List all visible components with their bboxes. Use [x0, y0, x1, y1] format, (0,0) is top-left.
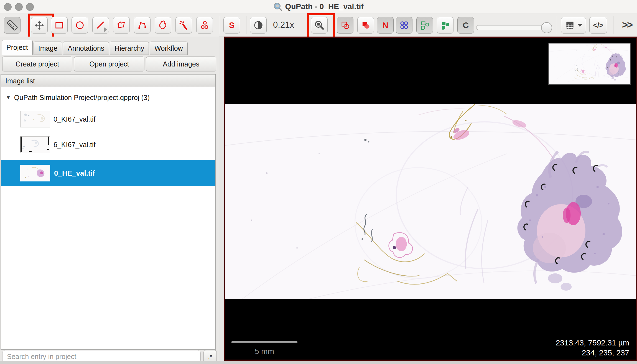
line-tool-button[interactable] [92, 17, 109, 34]
qupath-logo-icon [273, 2, 282, 11]
zoom-to-fit-icon [314, 20, 325, 30]
image-filename: 6_KI67_val.tif [53, 141, 96, 149]
scale-bar: 5 mm [231, 341, 298, 356]
analysis-panel: Project Image Annotations Hierarchy Work… [0, 37, 219, 361]
location-rgb: 234, 235, 237 [556, 348, 629, 358]
toolbar-separator [556, 16, 556, 34]
slide-thumbnail [20, 136, 50, 153]
contrast-icon [253, 20, 264, 30]
show-tma-grid-button[interactable] [396, 17, 412, 34]
points-tool-button[interactable] [196, 17, 213, 34]
ruler-button[interactable] [4, 17, 21, 34]
toolbar-separator [246, 16, 246, 34]
toolbar-overflow-button[interactable]: >> [619, 17, 635, 33]
selection-mode-label: S [229, 20, 235, 30]
opacity-slider-track[interactable] [476, 25, 552, 30]
annotations-fill-icon [360, 20, 371, 30]
brush-tool-button[interactable] [155, 17, 171, 34]
caret-down-icon [577, 24, 582, 27]
polyline-tool-icon [137, 20, 147, 30]
project-tree-root-label: QuPath Simulation Project/project.qpproj… [14, 94, 150, 102]
show-names-button[interactable]: N [377, 17, 394, 34]
tab-image[interactable]: Image [34, 42, 62, 55]
wand-tool-button[interactable] [175, 17, 192, 34]
qupath-window: QuPath - 0_HE_val.tif [0, 0, 637, 364]
annotations-outline-icon [340, 20, 350, 30]
rectangle-tool-icon [54, 20, 65, 30]
slide-image[interactable] [225, 104, 636, 299]
measurement-tables-button[interactable] [561, 17, 586, 34]
selection-mode-button[interactable]: S [223, 17, 240, 34]
image-list-item[interactable]: 0_KI67_val.tif [1, 110, 215, 128]
polygon-tool-icon [116, 20, 127, 30]
ellipse-tool-icon [75, 20, 85, 30]
table-icon [565, 20, 575, 30]
move-tool-icon [34, 20, 45, 30]
image-list-header: Image list [1, 74, 216, 87]
create-project-button[interactable]: Create project [2, 57, 72, 71]
polygon-tool-button[interactable] [113, 17, 130, 34]
slide-thumbnail [20, 165, 50, 181]
rectangle-tool-button[interactable] [51, 17, 68, 34]
toolbar-separator [27, 16, 27, 34]
show-annotations-button[interactable] [337, 17, 353, 34]
zoom-to-fit-button[interactable] [311, 17, 328, 34]
cursor-location-readout: 2313.43, 7592.31 µm 234, 235, 237 [556, 338, 629, 358]
tab-hierarchy[interactable]: Hierarchy [110, 42, 149, 55]
wand-tool-icon [179, 20, 189, 30]
window-bottom-edge [0, 361, 637, 364]
script-editor-label: </> [593, 21, 603, 30]
tab-project[interactable]: Project [2, 40, 33, 55]
show-classification-label: C [463, 20, 469, 30]
image-list: ▼ QuPath Simulation Project/project.qppr… [1, 87, 216, 350]
disclosure-triangle-icon[interactable]: ▼ [6, 95, 11, 101]
title-bar: QuPath - 0_HE_val.tif [0, 0, 637, 14]
show-classification-button[interactable]: C [457, 17, 474, 34]
ruler-icon [7, 20, 18, 31]
fill-annotations-button[interactable] [357, 17, 374, 34]
scale-bar-line [231, 341, 297, 343]
magnification-readout[interactable]: 0.21x [263, 17, 304, 33]
open-project-button[interactable]: Open project [74, 57, 144, 71]
opacity-slider[interactable] [476, 22, 551, 32]
line-tool-caret-icon [104, 27, 107, 32]
panel-tabs: Project Image Annotations Hierarchy Work… [2, 40, 188, 55]
script-editor-button[interactable]: </> [589, 17, 607, 34]
add-images-button[interactable]: Add images [146, 57, 216, 71]
image-list-item-selected[interactable]: 0_HE_val.tif [1, 160, 215, 186]
image-list-item[interactable]: 6_KI67_val.tif [1, 136, 215, 153]
project-tree-root[interactable]: ▼ QuPath Simulation Project/project.qppr… [1, 87, 215, 104]
show-names-label: N [382, 20, 388, 30]
show-detections-button[interactable] [416, 17, 433, 34]
move-tool-button[interactable] [31, 17, 48, 34]
window-title: QuPath - 0_HE_val.tif [285, 2, 363, 11]
opacity-slider-thumb[interactable] [541, 22, 552, 33]
location-micrometers: 2313.43, 7592.31 µm [556, 338, 629, 348]
brush-tool-icon [158, 20, 168, 30]
slide-viewer[interactable]: 5 mm 2313.43, 7592.31 µm 234, 235, 237 [224, 37, 637, 361]
fill-detections-button[interactable] [437, 17, 453, 34]
ellipse-tool-button[interactable] [72, 17, 88, 34]
toolbar-separator [613, 16, 613, 34]
project-action-buttons: Create project Open project Add images [2, 57, 216, 71]
scale-bar-label: 5 mm [231, 347, 297, 356]
slide-thumbnail [20, 111, 50, 127]
tab-workflow[interactable]: Workflow [150, 42, 187, 55]
detections-outline-icon [419, 20, 430, 30]
tab-annotations[interactable]: Annotations [63, 42, 109, 55]
main-toolbar: S 0.21x [0, 13, 637, 37]
tma-grid-icon [399, 20, 409, 30]
overview-thumbnail[interactable] [548, 43, 631, 85]
toolbar-separator [219, 16, 219, 34]
image-filename: 0_HE_val.tif [54, 169, 95, 178]
points-tool-icon [199, 20, 210, 30]
polyline-tool-button[interactable] [134, 17, 151, 34]
image-filename: 0_KI67_val.tif [53, 115, 96, 123]
detections-fill-icon [440, 20, 450, 30]
